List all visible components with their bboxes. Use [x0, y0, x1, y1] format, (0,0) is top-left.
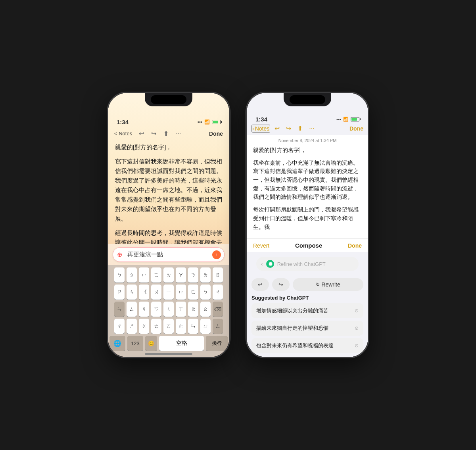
phone-1: 1:34 ▪▪▪ 📶 < Notes ↩ ↪ ⬆ ··· Done: [107, 92, 230, 358]
more-button-1[interactable]: ···: [174, 129, 183, 138]
kb-key[interactable]: ㄇ: [176, 285, 186, 300]
redo-icon: ↪: [278, 281, 283, 288]
kb-key[interactable]: ㄊ: [151, 319, 161, 334]
kb-key[interactable]: ㄌ: [200, 267, 211, 283]
status-bar-1: 1:34 ▪▪▪ 📶: [108, 110, 229, 128]
chatgpt-back-icon[interactable]: ‹: [261, 261, 263, 267]
nav-bar-2: ‹ Notes ↩ ↪ ⬆ ··· Done: [247, 123, 368, 135]
kb-key[interactable]: ㄅ: [114, 267, 125, 283]
battery-fill-1: [213, 121, 218, 123]
share-button-1[interactable]: ⬆: [161, 129, 171, 138]
suggestion-item-3[interactable]: 包含對未來仍有希望和祝福的表達 ⊙: [251, 338, 363, 353]
kb-key-extra[interactable]: ㄥ: [213, 319, 223, 334]
chatgpt-placeholder: Refine with ChatGPT: [277, 261, 326, 267]
suggestion-text-3: 包含對未來仍有希望和祝福的表達: [256, 342, 334, 349]
suggestion-text-2: 描繪未來獨自行走的惶望和恐懼: [256, 325, 328, 332]
kb-key[interactable]: ㄎ: [151, 302, 161, 317]
kb-key[interactable]: ㄉ: [163, 267, 174, 283]
screen-2: 1:34 ▪▪▪ 📶 ‹ Notes ↩ ↪ ⬆ ···: [247, 93, 368, 357]
kb-key[interactable]: ㄝ: [188, 302, 198, 317]
kb-key[interactable]: ㄜ: [176, 319, 186, 334]
phone-2: 1:34 ▪▪▪ 📶 ‹ Notes ↩ ↪ ⬆ ···: [246, 92, 369, 358]
rewrite-button[interactable]: ↻ Rewrite: [293, 278, 363, 291]
kb-key[interactable]: ㄛ: [163, 319, 174, 334]
kb-key[interactable]: ㄨ: [151, 285, 161, 300]
revert-button[interactable]: Revert: [253, 242, 269, 249]
space-key[interactable]: 空格: [159, 336, 204, 351]
kb-key[interactable]: Y: [176, 267, 186, 283]
status-icons-1: ▪▪▪ 📶: [198, 119, 221, 125]
status-icons-2: ▪▪▪ 📶: [336, 117, 359, 122]
input-field-1[interactable]: ⊕ 再更淒涼一點 ↑: [113, 247, 225, 262]
screen-1: 1:34 ▪▪▪ 📶 < Notes ↩ ↪ ⬆ ··· Done: [108, 93, 229, 357]
return-key[interactable]: 換行: [206, 336, 228, 351]
more-button-2[interactable]: ···: [307, 124, 316, 133]
kb-key[interactable]: ㄅ: [200, 285, 211, 300]
kb-key-shift[interactable]: ㄣ: [114, 302, 125, 317]
redo-button-2[interactable]: ↪: [284, 123, 293, 133]
kb-key[interactable]: ㄠ: [200, 302, 211, 317]
input-bar-1: ‹ ⊕ 再更淒涼一點 ↑: [108, 244, 229, 265]
kb-row-1: ㄅ ㄆ ㄇ ㄈ ㄉ Y ㄋ ㄌ ㄖ: [109, 267, 228, 283]
kb-key[interactable]: 《: [139, 285, 149, 300]
kb-key[interactable]: ㄇ: [139, 267, 149, 283]
chatgpt-refine-bar[interactable]: ‹ Refine with ChatGPT: [256, 257, 359, 271]
kb-key[interactable]: ㄩ: [200, 319, 211, 334]
back-button-1[interactable]: < Notes: [113, 129, 134, 138]
done-button-2[interactable]: Done: [349, 125, 363, 132]
nav-bar-1: < Notes ↩ ↪ ⬆ ··· Done: [108, 128, 229, 140]
kb-key[interactable]: ㄙ: [127, 302, 137, 317]
kb-key[interactable]: ㄑ: [163, 302, 174, 317]
input-text-1: 再更淒涼一點: [127, 251, 163, 258]
share-button-2[interactable]: ⬆: [296, 123, 305, 133]
kb-key[interactable]: ㄖ: [213, 267, 223, 283]
suggestion-item-1[interactable]: 增加情感細節以突出分離的痛苦 ⊙: [251, 303, 363, 318]
notes-content-2: November 8, 2024 at 1:34 PM 親愛的[對方的名字]， …: [247, 135, 368, 238]
redo-action-button[interactable]: ↪: [272, 278, 290, 291]
kb-key[interactable]: ㄕ: [127, 319, 137, 334]
suggestion-arrow-2: ⊙: [355, 325, 359, 331]
wifi-icon-1: 📶: [204, 119, 210, 125]
kb-key[interactable]: ㄆ: [127, 267, 137, 283]
content-p3-1: 經過長時間的思考，我覺得或許這是時候讓彼此分開一段時間，讓我們能有機會去探索自己…: [115, 228, 222, 244]
notch-2: [290, 95, 325, 104]
input-send-button[interactable]: ↑: [212, 250, 221, 259]
globe-key[interactable]: 🌐: [109, 336, 125, 351]
status-bar-2: 1:34 ▪▪▪ 📶: [247, 110, 368, 123]
battery-icon-2: [351, 117, 359, 121]
done-button-1[interactable]: Done: [207, 129, 225, 138]
kb-key[interactable]: ㄧ: [163, 285, 174, 300]
undo-button-2[interactable]: ↩: [273, 123, 282, 133]
battery-fill-2: [351, 118, 357, 121]
chatgpt-bar-container: ‹ Refine with ChatGPT: [247, 252, 368, 276]
kb-key[interactable]: ㄘ: [127, 285, 137, 300]
kb-key[interactable]: ㄣ: [188, 319, 198, 334]
emoji-key[interactable]: 😊: [145, 336, 157, 351]
kb-key[interactable]: ㄗ: [114, 285, 125, 300]
suggestion-item-2[interactable]: 描繪未來獨自行走的惶望和恐懼 ⊙: [251, 321, 363, 336]
undo-action-button[interactable]: ↩: [251, 278, 269, 291]
kb-key[interactable]: ㄈ: [188, 285, 198, 300]
time-2: 1:34: [255, 116, 267, 123]
kb-key[interactable]: ㄔ: [213, 285, 223, 300]
num-key[interactable]: 123: [127, 336, 143, 351]
suggestions-title: Suggested by ChatGPT: [251, 295, 363, 301]
undo-button-1[interactable]: ↩: [137, 129, 146, 138]
kb-key-delete[interactable]: ⌫: [213, 302, 223, 317]
kb-key[interactable]: ㄔ: [114, 319, 125, 334]
compose-done-button[interactable]: Done: [348, 242, 362, 249]
rewrite-icon: ↻: [316, 282, 320, 287]
suggestions-section: Suggested by ChatGPT 增加情感細節以突出分離的痛苦 ⊙ 描繪…: [247, 293, 368, 357]
kb-key[interactable]: ㄍ: [139, 319, 149, 334]
back-label-2: Notes: [255, 125, 270, 132]
kb-key[interactable]: ㄋ: [188, 267, 198, 283]
redo-button-1[interactable]: ↪: [149, 129, 158, 138]
kb-key[interactable]: ㄈ: [151, 267, 161, 283]
undo-icon: ↩: [258, 281, 263, 288]
back-button-2[interactable]: ‹ Notes: [251, 125, 270, 133]
kb-row-3: ㄣ ㄙ ㄐ ㄎ ㄑ ㄒ ㄝ ㄠ ⌫: [109, 302, 228, 317]
kb-key[interactable]: ㄒ: [176, 302, 186, 317]
kb-key[interactable]: ㄐ: [139, 302, 149, 317]
suggestion-text-1: 增加情感細節以突出分離的痛苦: [256, 307, 328, 314]
content-p3-2: 每次打開那扇默默關上的門，我都希望能感受到什日的溫暖，但加今已剩下寒冷和陌生。我: [253, 206, 362, 231]
